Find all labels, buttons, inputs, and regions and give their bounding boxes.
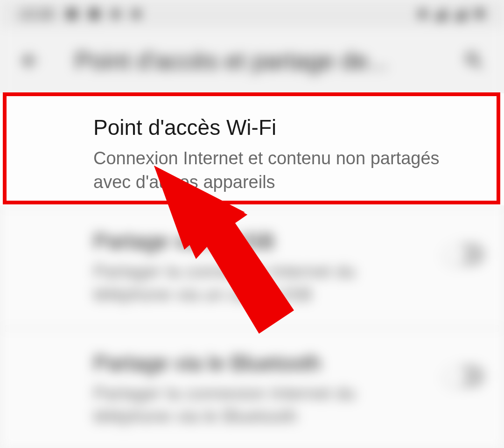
setting-subtitle: Partager la connexion Internet du téléph…: [93, 382, 428, 428]
search-icon[interactable]: [463, 49, 485, 72]
setting-wifi-hotspot-sharp[interactable]: Point d'accès Wi-Fi Connexion Internet e…: [0, 93, 504, 205]
setting-title: Partage via le USB: [93, 229, 428, 254]
setting-subtitle: Connexion Internet et contenu non partag…: [93, 147, 457, 195]
status-icon: [68, 10, 76, 18]
setting-title: Point d'accès Wi-Fi: [93, 115, 485, 140]
toggle-switch[interactable]: [442, 364, 485, 388]
setting-subtitle: Partager la connexion Internet du téléph…: [93, 260, 428, 307]
page-title: Point d'accès et partage de...: [75, 47, 429, 75]
status-icon: [133, 11, 140, 17]
status-bar: 13:28 ✱: [0, 0, 504, 28]
setting-bluetooth-tethering[interactable]: Partage via le Bluetooth Partager la con…: [0, 329, 504, 448]
status-icon: [420, 11, 426, 17]
status-time: 13:28: [19, 6, 54, 22]
setting-usb-tethering[interactable]: Partage via le USB Partager la connexion…: [0, 207, 504, 328]
bluetooth-icon: ✱: [474, 7, 485, 21]
toggle-switch[interactable]: [442, 243, 485, 266]
status-icon: [112, 11, 119, 17]
back-icon[interactable]: [19, 49, 41, 72]
setting-title: Partage via le Bluetooth: [93, 350, 428, 376]
status-icon: [90, 10, 98, 18]
signal-icon: [434, 8, 446, 20]
signal-icon: [454, 8, 465, 20]
app-bar: Point d'accès et partage de...: [0, 28, 504, 93]
